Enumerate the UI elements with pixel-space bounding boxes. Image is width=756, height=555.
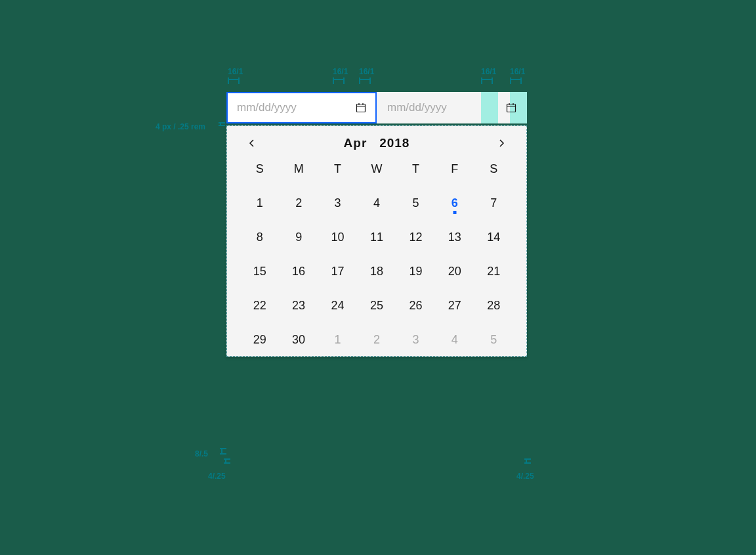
calendar-day[interactable]: 11 <box>357 227 396 247</box>
calendar-day[interactable]: 6 <box>435 193 474 213</box>
calendar-day[interactable]: 8 <box>240 227 279 247</box>
month-year-label: Apr 2018 <box>344 136 410 150</box>
calendar-day[interactable]: 3 <box>396 330 435 349</box>
day-of-week-header: T <box>396 159 435 179</box>
spec-bracket <box>221 448 226 455</box>
day-of-week-header: S <box>474 159 513 179</box>
calendar-day[interactable]: 27 <box>435 296 474 315</box>
spec-bracket <box>526 458 531 464</box>
calendar-day[interactable]: 5 <box>396 193 435 213</box>
calendar-day[interactable]: 30 <box>279 330 318 349</box>
day-of-week-header: F <box>435 159 474 179</box>
calendar-day[interactable]: 16 <box>279 261 318 281</box>
spec-label-16-1-d: 16/1 <box>481 67 496 76</box>
day-of-week-header: T <box>318 159 357 179</box>
spec-bracket <box>225 458 230 464</box>
calendar-day[interactable]: 23 <box>279 296 318 315</box>
end-date-placeholder: mm/dd/yyyy <box>387 101 501 114</box>
spec-bracket <box>510 79 522 84</box>
spec-label-4-25-r: 4/.25 <box>516 472 534 481</box>
calendar-day[interactable]: 2 <box>357 330 396 349</box>
spec-label-16-1-b: 16/1 <box>333 67 348 76</box>
calendar-panel: Apr 2018 SMTWTFS123456789101112131415161… <box>226 125 527 357</box>
calendar-grid: SMTWTFS123456789101112131415161718192021… <box>231 156 522 349</box>
calendar-day[interactable]: 9 <box>279 227 318 247</box>
month-label: Apr <box>344 136 368 150</box>
spec-label-16-1-e: 16/1 <box>510 67 525 76</box>
calendar-day[interactable]: 12 <box>396 227 435 247</box>
start-date-placeholder: mm/dd/yyyy <box>237 101 350 114</box>
calendar-day[interactable]: 26 <box>396 296 435 315</box>
day-of-week-header: M <box>279 159 318 179</box>
start-date-input[interactable]: mm/dd/yyyy <box>226 92 377 123</box>
spec-bracket <box>228 79 240 84</box>
calendar-day[interactable]: 17 <box>318 261 357 281</box>
calendar-day[interactable]: 10 <box>318 227 357 247</box>
day-of-week-header: W <box>357 159 396 179</box>
calendar-day[interactable]: 22 <box>240 296 279 315</box>
spec-bracket <box>359 79 371 84</box>
day-of-week-header: S <box>240 159 279 179</box>
calendar-day[interactable]: 4 <box>357 193 396 213</box>
calendar-day[interactable]: 1 <box>318 330 357 349</box>
calendar-day[interactable]: 13 <box>435 227 474 247</box>
calendar-day[interactable]: 25 <box>357 296 396 315</box>
calendar-day[interactable]: 2 <box>279 193 318 213</box>
calendar-day[interactable]: 14 <box>474 227 513 247</box>
spec-bracket <box>333 79 345 84</box>
end-date-input[interactable]: mm/dd/yyyy <box>377 92 527 123</box>
calendar-day[interactable]: 5 <box>474 330 513 349</box>
spec-label-16-1-a: 16/1 <box>228 67 243 76</box>
calendar-day[interactable]: 21 <box>474 261 513 281</box>
calendar-day[interactable]: 18 <box>357 261 396 281</box>
next-month-button[interactable] <box>494 135 509 151</box>
calendar-day[interactable]: 20 <box>435 261 474 281</box>
spec-label-4-25-l: 4/.25 <box>208 472 226 481</box>
calendar-day[interactable]: 28 <box>474 296 513 315</box>
date-range-inputs: mm/dd/yyyy mm/dd/yyyy <box>226 92 527 123</box>
spec-bracket <box>220 122 225 126</box>
year-label: 2018 <box>379 136 410 150</box>
calendar-day[interactable]: 24 <box>318 296 357 315</box>
spec-label-8-5: 8/.5 <box>195 449 208 458</box>
calendar-header: Apr 2018 <box>231 130 522 156</box>
calendar-icon[interactable] <box>501 97 522 118</box>
svg-rect-0 <box>357 104 366 112</box>
calendar-day[interactable]: 19 <box>396 261 435 281</box>
spec-label-4px: 4 px / .25 rem <box>156 122 205 131</box>
calendar-day[interactable]: 15 <box>240 261 279 281</box>
calendar-day[interactable]: 3 <box>318 193 357 213</box>
spec-bracket <box>481 79 493 84</box>
prev-month-button[interactable] <box>244 135 260 151</box>
calendar-day[interactable]: 29 <box>240 330 279 349</box>
calendar-day[interactable]: 1 <box>240 193 279 213</box>
svg-rect-1 <box>507 104 516 112</box>
calendar-day[interactable]: 4 <box>435 330 474 349</box>
calendar-icon[interactable] <box>350 97 371 118</box>
spec-label-16-1-c: 16/1 <box>359 67 374 76</box>
calendar-day[interactable]: 7 <box>474 193 513 213</box>
